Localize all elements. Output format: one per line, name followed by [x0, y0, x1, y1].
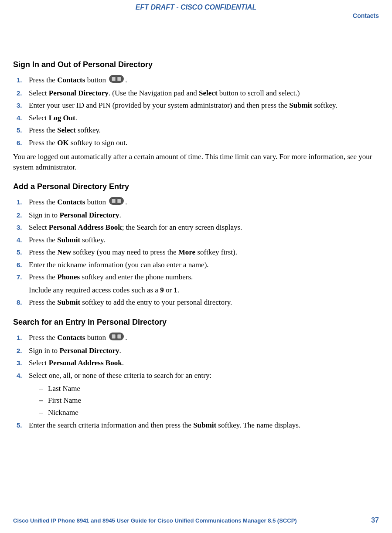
step-item: 3. Select Personal Address Book; the Sea…	[17, 222, 379, 233]
criteria-list: Last Name First Name Nickname	[29, 383, 379, 418]
svg-rect-4	[112, 199, 116, 203]
step-text: Sign in to Personal Directory.	[29, 345, 379, 356]
step-number: 7.	[17, 272, 29, 282]
svg-rect-7	[112, 334, 116, 339]
step-item: 4. Select Log Out.	[17, 112, 379, 124]
page-footer: Cisco Unified IP Phone 8941 and 8945 Use…	[13, 516, 379, 524]
contacts-button-icon	[109, 75, 124, 86]
page-number: 37	[371, 516, 379, 524]
page-content: Sign In and Out of Personal Directory 1.…	[13, 11, 379, 431]
step-number: 4.	[17, 370, 29, 381]
step-number: 2.	[17, 210, 29, 221]
step-item: 2. Sign in to Personal Directory.	[17, 345, 379, 356]
step-item: 2. Sign in to Personal Directory.	[17, 210, 379, 221]
step-text: Select Log Out.	[29, 112, 379, 124]
step-item: 3. Select Personal Address Book.	[17, 357, 379, 369]
step-text: Press the Submit softkey to add the entr…	[29, 297, 379, 308]
heading-signin: Sign In and Out of Personal Directory	[13, 60, 379, 69]
step-number: 3.	[17, 100, 29, 111]
list-item: Nickname	[39, 407, 379, 418]
page-header: EFT DRAFT - CISCO CONFIDENTIAL	[13, 0, 379, 11]
step-number: 1.	[17, 332, 29, 343]
step-number: 6.	[17, 259, 29, 270]
note-signin: You are logged out automatically after a…	[13, 152, 379, 173]
step-number: 2.	[17, 88, 29, 98]
step-number: 1.	[17, 197, 29, 207]
contacts-button-icon	[109, 333, 124, 344]
step-item: 7. Press the Phones softkey and enter th…	[17, 272, 379, 295]
step-number: 3.	[17, 222, 29, 233]
steps-add: 1. Press the Contacts button . 2. Sign i…	[13, 197, 379, 308]
list-item: First Name	[39, 394, 379, 406]
step-text: Press the Select softkey.	[29, 125, 379, 136]
svg-rect-5	[117, 199, 121, 203]
step-number: 5.	[17, 125, 29, 136]
steps-search: 1. Press the Contacts button . 2. Sign i…	[13, 332, 379, 431]
svg-rect-6	[109, 333, 124, 340]
steps-signin: 1. Press the Contacts button . 2. Select…	[13, 75, 379, 148]
heading-add: Add a Personal Directory Entry	[13, 182, 379, 191]
step-subtext: Include any required access codes such a…	[29, 285, 379, 296]
step-text: Enter the nickname information (you can …	[29, 259, 379, 271]
step-item: 3. Enter your user ID and PIN (provided …	[17, 100, 379, 111]
step-item: 2. Select Personal Directory. (Use the N…	[17, 88, 379, 99]
step-text: Select Personal Address Book.	[29, 357, 379, 369]
step-item: 5. Press the Select softkey.	[17, 125, 379, 136]
step-text: Press the Phones softkey and enter the p…	[29, 272, 379, 295]
step-item: 6. Press the OK softkey to sign out.	[17, 137, 379, 149]
step-text: Enter the search criteria information an…	[29, 420, 379, 431]
step-text: Press the Contacts button .	[29, 332, 379, 344]
step-item: 1. Press the Contacts button .	[17, 197, 379, 208]
step-item: 5. Press the New softkey (you may need t…	[17, 247, 379, 258]
step-text: Press the Contacts button .	[29, 197, 379, 208]
step-item: 1. Press the Contacts button .	[17, 332, 379, 344]
step-number: 6.	[17, 137, 29, 148]
step-number: 3.	[17, 357, 29, 368]
step-text: Sign in to Personal Directory.	[29, 210, 379, 221]
svg-rect-8	[117, 334, 121, 339]
svg-rect-2	[117, 77, 121, 81]
svg-rect-3	[109, 197, 124, 205]
step-text: Press the Contacts button .	[29, 75, 379, 86]
step-text: Press the New softkey (you may need to p…	[29, 247, 379, 258]
step-item: 1. Press the Contacts button .	[17, 75, 379, 86]
step-text: Select one, all, or none of these criter…	[29, 370, 379, 418]
step-item: 4. Press the Submit softkey.	[17, 234, 379, 246]
footer-title: Cisco Unified IP Phone 8941 and 8945 Use…	[13, 517, 297, 524]
svg-rect-1	[112, 77, 116, 81]
heading-search: Search for an Entry in Personal Director…	[13, 318, 379, 327]
section-label: Contacts	[353, 12, 379, 19]
step-item: 8. Press the Submit softkey to add the e…	[17, 297, 379, 308]
step-text: Select Personal Address Book; the Search…	[29, 222, 379, 233]
step-number: 1.	[17, 75, 29, 85]
step-text: Press the Submit softkey.	[29, 234, 379, 246]
step-number: 8.	[17, 297, 29, 308]
step-number: 5.	[17, 247, 29, 258]
step-text: Enter your user ID and PIN (provided by …	[29, 100, 379, 111]
step-text: Press the OK softkey to sign out.	[29, 137, 379, 149]
list-item: Last Name	[39, 383, 379, 394]
step-item: 6. Enter the nickname information (you c…	[17, 259, 379, 271]
contacts-button-icon	[109, 197, 124, 208]
step-number: 2.	[17, 345, 29, 356]
step-item: 4. Select one, all, or none of these cri…	[17, 370, 379, 418]
step-number: 5.	[17, 420, 29, 431]
step-item: 5. Enter the search criteria information…	[17, 420, 379, 431]
step-number: 4.	[17, 234, 29, 245]
step-number: 4.	[17, 112, 29, 123]
step-text: Select Personal Directory. (Use the Navi…	[29, 88, 379, 99]
svg-rect-0	[109, 75, 124, 83]
draft-label: EFT DRAFT - CISCO CONFIDENTIAL	[136, 3, 256, 11]
